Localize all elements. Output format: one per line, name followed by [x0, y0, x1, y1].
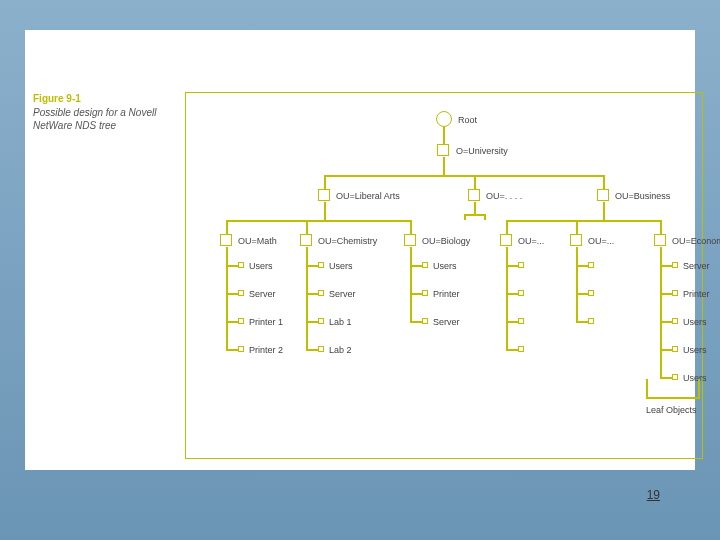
- ou-ellipsis-icon: [468, 189, 480, 201]
- bio-item-2: Server: [433, 317, 460, 327]
- leaf-icon: [672, 374, 678, 380]
- leaf-icon: [588, 318, 594, 324]
- leaf-icon: [518, 346, 524, 352]
- leaf-icon: [238, 318, 244, 324]
- leaf-icon: [318, 346, 324, 352]
- chem-item-2: Lab 1: [329, 317, 352, 327]
- ou-liberal-arts-icon: [318, 189, 330, 201]
- page-number: 19: [647, 488, 660, 502]
- leaf-icon: [672, 318, 678, 324]
- ou-biology-label: OU=Biology: [422, 236, 470, 246]
- chem-item-0: Users: [329, 261, 353, 271]
- leaf-objects-label: Leaf Objects: [646, 405, 697, 415]
- ou-bus-b-label: OU=...: [588, 236, 614, 246]
- root-label: Root: [458, 115, 477, 125]
- leaf-icon: [318, 318, 324, 324]
- leaf-icon: [588, 290, 594, 296]
- leaf-icon: [238, 262, 244, 268]
- leaf-icon: [318, 262, 324, 268]
- ou-math-label: OU=Math: [238, 236, 277, 246]
- ou-chemistry-label: OU=Chemistry: [318, 236, 377, 246]
- ou-math-icon: [220, 234, 232, 246]
- leaf-icon: [672, 290, 678, 296]
- math-item-1: Server: [249, 289, 276, 299]
- leaf-icon: [238, 346, 244, 352]
- leaf-icon: [318, 290, 324, 296]
- math-item-0: Users: [249, 261, 273, 271]
- ou-bus-a-icon: [500, 234, 512, 246]
- econ-item-0: Server: [683, 261, 710, 271]
- leaf-icon: [672, 262, 678, 268]
- math-item-2: Printer 1: [249, 317, 283, 327]
- ou-ellipsis-label: OU=. . . .: [486, 191, 522, 201]
- chem-item-3: Lab 2: [329, 345, 352, 355]
- leaf-icon: [422, 318, 428, 324]
- leaf-icon: [422, 290, 428, 296]
- ou-economics-label: OU=Economics: [672, 236, 720, 246]
- ou-bus-b-icon: [570, 234, 582, 246]
- leaf-icon: [518, 262, 524, 268]
- bio-item-0: Users: [433, 261, 457, 271]
- leaf-icon: [518, 290, 524, 296]
- org-icon: [437, 144, 449, 156]
- econ-item-1: Printer: [683, 289, 710, 299]
- figure-caption: Figure 9-1 Possible design for a Novell …: [33, 92, 163, 133]
- ou-liberal-arts-label: OU=Liberal Arts: [336, 191, 400, 201]
- econ-item-3: Users: [683, 345, 707, 355]
- ou-business-label: OU=Business: [615, 191, 670, 201]
- leaf-icon: [588, 262, 594, 268]
- econ-item-4: Users: [683, 373, 707, 383]
- leaf-icon: [422, 262, 428, 268]
- ou-chemistry-icon: [300, 234, 312, 246]
- root-icon: [436, 111, 452, 127]
- figure-number: Figure 9-1: [33, 93, 81, 104]
- leaf-icon: [238, 290, 244, 296]
- leaf-icon: [518, 318, 524, 324]
- bio-item-1: Printer: [433, 289, 460, 299]
- leaf-icon: [672, 346, 678, 352]
- figure-title: Possible design for a Novell NetWare NDS…: [33, 107, 156, 132]
- ou-bus-a-label: OU=...: [518, 236, 544, 246]
- chem-item-1: Server: [329, 289, 356, 299]
- org-label: O=University: [456, 146, 508, 156]
- math-item-3: Printer 2: [249, 345, 283, 355]
- ou-biology-icon: [404, 234, 416, 246]
- ou-business-icon: [597, 189, 609, 201]
- nds-tree-diagram: Root O=University OU=Liberal Arts OU=. .…: [185, 92, 703, 459]
- ou-economics-icon: [654, 234, 666, 246]
- econ-item-2: Users: [683, 317, 707, 327]
- slide: Figure 9-1 Possible design for a Novell …: [25, 30, 695, 470]
